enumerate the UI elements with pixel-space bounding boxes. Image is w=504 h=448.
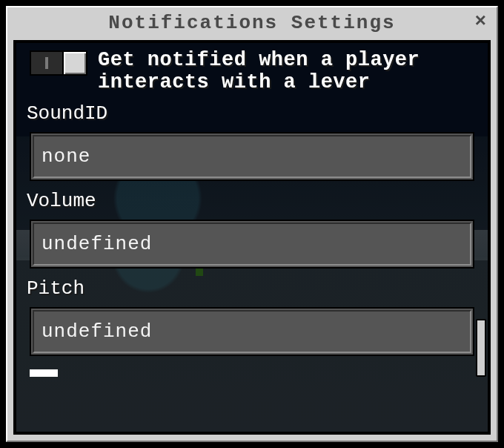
pitch-input[interactable]: undefined — [30, 307, 474, 356]
titlebar: Notifications Settings × — [6, 6, 498, 40]
lever-notification-label: Get notified when a player interacts wit… — [98, 49, 474, 93]
inner-panel: Get notified when a player interacts wit… — [13, 40, 491, 435]
soundid-label: SoundID — [27, 102, 474, 125]
title-text: Notifications Settings — [108, 12, 395, 34]
lever-notification-toggle[interactable] — [30, 50, 87, 76]
close-icon[interactable]: × — [474, 10, 486, 33]
volume-label: Volume — [27, 190, 474, 212]
lever-notification-row: Get notified when a player interacts wit… — [30, 49, 474, 93]
pitch-label: Pitch — [27, 277, 474, 300]
content-area: Get notified when a player interacts wit… — [16, 43, 488, 432]
volume-value: undefined — [42, 233, 152, 255]
partial-next-toggle[interactable] — [30, 369, 58, 377]
volume-input[interactable]: undefined — [30, 220, 474, 269]
settings-window: Notifications Settings × Get notified wh… — [3, 3, 501, 445]
scrollbar-thumb[interactable] — [476, 319, 486, 377]
soundid-input[interactable]: none — [30, 132, 474, 181]
pitch-value: undefined — [42, 320, 152, 343]
soundid-value: none — [42, 145, 90, 168]
